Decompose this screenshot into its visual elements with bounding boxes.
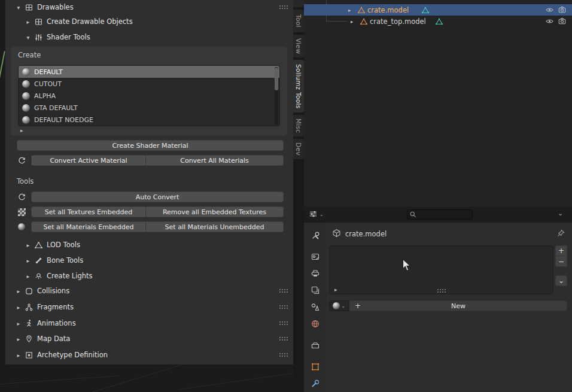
eye-icon[interactable] (545, 16, 554, 27)
drag-grip[interactable] (279, 5, 288, 10)
panel-label: Drawables (37, 3, 74, 11)
lod-tools-icon (34, 240, 43, 250)
grid-line (179, 372, 293, 390)
panel-header-fragments[interactable]: ▸ Fragments (5, 301, 293, 313)
properties-tab-tool[interactable] (310, 230, 320, 241)
panel-header-drawables[interactable]: ▾ Drawables (5, 1, 293, 13)
properties-tab-collection[interactable] (310, 340, 320, 350)
expand-icon[interactable]: ▸ (351, 16, 353, 27)
set-all-materials-embedded-button[interactable]: Set all Materials Embedded (31, 221, 145, 232)
properties-tab-column (304, 223, 326, 392)
panel-header-create-drawable-objects[interactable]: ▸ Create Drawable Objects (5, 16, 293, 28)
chevron-down-icon: ▾ (14, 4, 23, 11)
create-drawable-objects-icon (34, 17, 43, 26)
set-all-textures-embedded-button[interactable]: Set all Textures Embedded (31, 206, 145, 217)
add-material-slot-button[interactable]: + (555, 245, 567, 256)
drag-grip[interactable] (279, 305, 288, 309)
remove-material-slot-button[interactable]: − (555, 256, 567, 267)
browse-material-button[interactable]: ⌄ (329, 300, 349, 311)
shader-list-item[interactable]: DEFAULT NOEDGE (19, 114, 279, 126)
scrollbar[interactable] (275, 67, 278, 124)
tab-tool[interactable]: Tool (293, 10, 304, 32)
panel-header-animations[interactable]: ▸ Animations (5, 317, 293, 329)
convert-all-materials-button[interactable]: Convert All Materials (145, 155, 284, 166)
shader-list-item[interactable]: GTA DEFAULT (19, 102, 279, 114)
shader-list-item[interactable]: DEFAULT (19, 66, 279, 78)
tab-dev[interactable]: Dev (293, 139, 304, 159)
pin-icon[interactable] (556, 229, 565, 239)
shader-name: DEFAULT (34, 68, 63, 76)
properties-tab-scene[interactable] (310, 302, 320, 312)
textures-embedded-row: Set all Textures Embedded Remove all Emb… (5, 206, 293, 217)
chevron-down-icon: ⌄ (320, 212, 324, 217)
panel-header-bone-tools[interactable]: ▸ Bone Tools (5, 254, 293, 266)
panel-header-shader-tools[interactable]: ▾ Shader Tools (5, 31, 293, 43)
editor-type-button[interactable]: ⌄ (309, 209, 324, 220)
tab-view[interactable]: View (293, 35, 304, 57)
expand-filter-icon[interactable]: ▸ (20, 127, 23, 133)
panel-header-collisions[interactable]: ▸ Collisions (5, 285, 293, 297)
refresh-icon (17, 192, 26, 202)
drag-grip[interactable] (279, 336, 288, 341)
chevron-right-icon: ▸ (24, 242, 32, 248)
shader-list-item[interactable]: ALPHA (19, 90, 279, 102)
properties-tab-output[interactable] (310, 268, 320, 278)
panel-header-create-lights[interactable]: ▸ Create Lights (5, 270, 293, 282)
material-sphere-icon (22, 80, 30, 88)
properties-tab-world[interactable] (310, 318, 320, 329)
chevron-right-icon: ▸ (14, 336, 23, 342)
panel-header-map-data[interactable]: ▸ Map Data (5, 333, 293, 345)
properties-tab-view-layer[interactable] (310, 285, 320, 295)
expand-icon[interactable]: ▸ (348, 4, 351, 16)
properties-tab-object[interactable] (310, 361, 320, 372)
new-material-button[interactable]: + New (349, 300, 567, 311)
material-specials-dropdown[interactable]: ⌄ (555, 275, 567, 286)
expand-filter-icon[interactable]: ▸ (334, 287, 337, 293)
scrollbar-thumb[interactable] (275, 68, 278, 90)
shader-list-footer: ▸ (18, 127, 280, 135)
panel-header-archetype-definition[interactable]: ▸ Archetype Definition (5, 349, 293, 361)
create-shader-material-button[interactable]: Create Shader Material (17, 140, 284, 151)
panel-header-lod-tools[interactable]: ▸ LOD Tools (5, 239, 293, 251)
tab-partial[interactable] (293, 0, 304, 7)
header-options-dropdown-icon[interactable]: ⌄ (558, 209, 563, 217)
panel-label: LOD Tools (47, 241, 80, 249)
convert-active-material-button[interactable]: Convert Active Material (31, 155, 145, 166)
resize-grip[interactable] (437, 288, 446, 293)
blender-window: ▾ Drawables ▸ Create Drawable Objects ▾ … (0, 0, 572, 392)
remove-all-embedded-textures-button[interactable]: Remove all Embedded Textures (145, 206, 284, 217)
outliner-row-crate-top-model[interactable]: ▸ crate_top.model (304, 16, 572, 27)
drag-grip[interactable] (279, 353, 288, 357)
panel-label: Create Lights (47, 272, 93, 280)
breadcrumb: crate.model (345, 230, 387, 238)
material-sphere-icon (333, 302, 340, 309)
outliner-row-crate-model[interactable]: ▸ crate.model (304, 4, 572, 16)
outliner: ▸ crate.model ▸ crate_top.model (304, 0, 572, 206)
panel-label: Archetype Definition (37, 351, 108, 359)
panel-label: Bone Tools (47, 256, 83, 265)
properties-tab-modifiers[interactable] (310, 378, 320, 388)
sidebar-tab-strip: Tool View Sollumz Tools Misc Dev (293, 0, 304, 392)
drag-grip[interactable] (279, 321, 288, 326)
properties-tab-render[interactable] (310, 251, 320, 262)
eye-icon[interactable] (545, 4, 554, 16)
chevron-right-icon: ▸ (14, 320, 23, 327)
camera-icon[interactable] (558, 4, 567, 16)
auto-convert-button[interactable]: Auto Convert (31, 192, 284, 202)
shader-name: CUTOUT (34, 80, 62, 88)
material-sphere-icon (22, 92, 30, 100)
archetype-icon (24, 350, 34, 360)
shader-list-item[interactable]: CUTOUT (19, 78, 279, 90)
properties-editor-icon (309, 209, 318, 220)
set-all-materials-unembedded-button[interactable]: Set all Materials Unembedded (145, 221, 284, 232)
grid-line (0, 375, 120, 385)
material-sphere-icon (22, 116, 30, 124)
panel-label: Create Drawable Objects (47, 17, 133, 26)
tab-misc[interactable]: Misc (293, 115, 304, 136)
chevron-down-icon: ⌄ (341, 303, 345, 309)
properties-editor: ⌄ ⌄ (304, 206, 572, 392)
drag-grip[interactable] (279, 288, 288, 293)
tab-sollumz-tools[interactable]: Sollumz Tools (293, 60, 304, 113)
camera-icon[interactable] (558, 16, 567, 27)
material-slots-list[interactable]: ▸ (329, 245, 553, 294)
